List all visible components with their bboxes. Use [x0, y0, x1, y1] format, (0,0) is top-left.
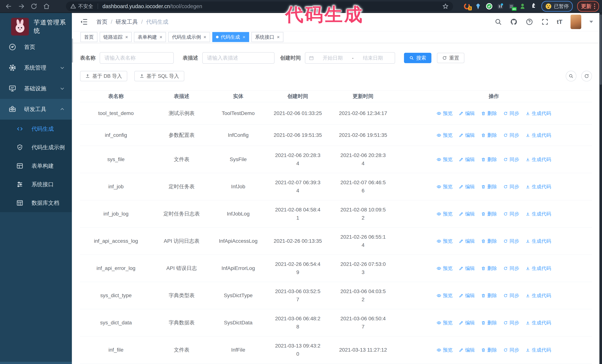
- close-icon[interactable]: ×: [160, 34, 162, 40]
- sync-action[interactable]: 同步: [503, 184, 519, 190]
- sync-action[interactable]: 同步: [503, 110, 519, 117]
- generate-code-action[interactable]: 生成代码: [526, 292, 551, 299]
- preview-action[interactable]: 预览: [437, 238, 452, 244]
- edit-action[interactable]: 编辑: [459, 347, 475, 353]
- sidebar-item-devtools[interactable]: 研发工具: [0, 99, 72, 120]
- sync-action[interactable]: 同步: [503, 156, 519, 163]
- delete-action[interactable]: 删除: [481, 292, 497, 299]
- search-icon[interactable]: [494, 18, 502, 26]
- extension-on-icon[interactable]: on: [508, 3, 515, 10]
- preview-action[interactable]: 预览: [437, 265, 452, 272]
- sidebar-item-home[interactable]: 首页: [0, 37, 72, 57]
- preview-action[interactable]: 预览: [437, 292, 452, 299]
- avatar-caret-icon[interactable]: [589, 21, 593, 23]
- tab-tracing[interactable]: 链路追踪×: [100, 32, 132, 42]
- edit-action[interactable]: 编辑: [459, 320, 475, 326]
- page-scroll-thumb[interactable]: [600, 14, 602, 85]
- generate-code-action[interactable]: 生成代码: [526, 238, 551, 244]
- generate-code-action[interactable]: 生成代码: [526, 110, 551, 117]
- delete-action[interactable]: 删除: [481, 211, 497, 217]
- sidebar-item-system[interactable]: 系统管理: [0, 57, 72, 78]
- breadcrumb-devtools[interactable]: 研发工具: [116, 18, 138, 26]
- edit-action[interactable]: 编辑: [459, 184, 475, 190]
- preview-action[interactable]: 预览: [437, 184, 452, 190]
- sidebar-item-codegen[interactable]: 代码生成: [0, 120, 72, 138]
- preview-action[interactable]: 预览: [437, 156, 452, 163]
- back-icon[interactable]: [5, 3, 12, 10]
- edit-action[interactable]: 编辑: [459, 211, 475, 217]
- close-icon[interactable]: ×: [243, 34, 246, 40]
- fullscreen-icon[interactable]: [541, 18, 549, 26]
- generate-code-action[interactable]: 生成代码: [526, 265, 551, 272]
- extension-green-check-icon[interactable]: [486, 3, 493, 10]
- sidebar-scroll-thumb[interactable]: [72, 39, 73, 62]
- close-icon[interactable]: ×: [203, 34, 206, 40]
- update-button[interactable]: 更新: [577, 1, 599, 12]
- table-name-input[interactable]: [100, 52, 174, 64]
- edit-action[interactable]: 编辑: [459, 238, 475, 244]
- tab-form-builder[interactable]: 表单构建×: [134, 32, 166, 42]
- generate-code-action[interactable]: 生成代码: [526, 184, 551, 190]
- preview-action[interactable]: 预览: [437, 132, 452, 138]
- sync-action[interactable]: 同步: [503, 211, 519, 217]
- extension-monkey-icon[interactable]: [519, 3, 526, 10]
- sync-action[interactable]: 同步: [503, 347, 519, 353]
- delete-action[interactable]: 删除: [481, 156, 497, 163]
- edit-action[interactable]: 编辑: [459, 292, 475, 299]
- github-icon[interactable]: [510, 18, 517, 26]
- generate-code-action[interactable]: 生成代码: [526, 320, 551, 326]
- edit-action[interactable]: 编辑: [459, 132, 475, 138]
- tab-home[interactable]: 首页×: [80, 32, 97, 42]
- preview-action[interactable]: 预览: [437, 110, 452, 117]
- tab-codegen-example[interactable]: 代码生成示例×: [168, 32, 210, 42]
- sync-action[interactable]: 同步: [503, 265, 519, 272]
- delete-action[interactable]: 删除: [481, 184, 497, 190]
- delete-action[interactable]: 删除: [481, 265, 497, 272]
- generate-code-action[interactable]: 生成代码: [526, 347, 551, 353]
- forward-icon[interactable]: [18, 3, 25, 10]
- delete-action[interactable]: 删除: [481, 132, 497, 138]
- search-button[interactable]: 搜索: [404, 53, 431, 63]
- extension-sliders-icon[interactable]: [497, 3, 504, 10]
- app-logo[interactable]: 芋道管理系统: [0, 13, 72, 36]
- sidebar-item-db-doc[interactable]: 数据库文档: [0, 194, 72, 212]
- bookmark-star-icon[interactable]: [442, 3, 449, 10]
- import-sql-button[interactable]: 基于 SQL 导入: [134, 71, 184, 81]
- table-desc-input[interactable]: [202, 52, 275, 64]
- paused-extension-badge[interactable]: 已暂停: [541, 1, 573, 12]
- delete-action[interactable]: 删除: [481, 110, 497, 117]
- home-icon[interactable]: [43, 3, 50, 10]
- delete-action[interactable]: 删除: [481, 238, 497, 244]
- close-icon[interactable]: ×: [277, 34, 280, 40]
- sidebar-item-form-builder[interactable]: 表单构建: [0, 157, 72, 175]
- reset-button[interactable]: 重置: [437, 53, 464, 63]
- sync-action[interactable]: 同步: [503, 292, 519, 299]
- date-range-input[interactable]: 开始日期 - 结束日期: [305, 52, 395, 64]
- sync-action[interactable]: 同步: [503, 132, 519, 138]
- preview-action[interactable]: 预览: [437, 320, 452, 326]
- generate-code-action[interactable]: 生成代码: [526, 132, 551, 138]
- sidebar-hscrollbar[interactable]: [0, 362, 72, 364]
- help-icon[interactable]: [526, 18, 533, 26]
- extension-orange-icon[interactable]: 1: [464, 3, 470, 10]
- preview-action[interactable]: 预览: [437, 347, 452, 353]
- extensions-puzzle-icon[interactable]: [530, 3, 537, 10]
- reload-icon[interactable]: [30, 3, 37, 10]
- close-icon[interactable]: ×: [125, 34, 128, 40]
- breadcrumb-home[interactable]: 首页: [96, 18, 108, 26]
- edit-action[interactable]: 编辑: [459, 110, 475, 117]
- edit-action[interactable]: 编辑: [459, 265, 475, 272]
- avatar[interactable]: [570, 15, 581, 29]
- generate-code-action[interactable]: 生成代码: [526, 156, 551, 163]
- extension-gem-icon[interactable]: [475, 3, 481, 10]
- delete-action[interactable]: 删除: [481, 347, 497, 353]
- delete-action[interactable]: 删除: [481, 320, 497, 326]
- sidebar-scrollbar[interactable]: [72, 13, 73, 364]
- import-db-button[interactable]: 基于 DB 导入: [80, 71, 127, 81]
- browser-menu-icon[interactable]: [594, 4, 595, 9]
- sync-action[interactable]: 同步: [503, 320, 519, 326]
- edit-action[interactable]: 编辑: [459, 156, 475, 163]
- font-size-icon[interactable]: tT: [557, 19, 562, 25]
- tab-codegen[interactable]: 代码生成×: [212, 32, 249, 42]
- sidebar-fold-icon[interactable]: [80, 18, 88, 26]
